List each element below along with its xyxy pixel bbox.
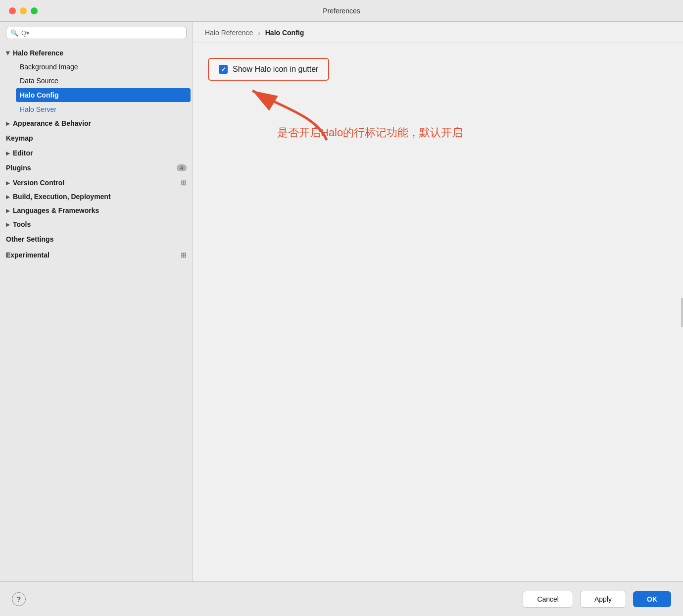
content-body: ✓ Show Halo icon in gutter 是否开启Halo的行标记功… <box>193 43 683 581</box>
sidebar-item-plugins[interactable]: Plugins 4 <box>0 160 193 176</box>
sidebar-item-label: Appearance & Behavior <box>13 119 91 127</box>
sidebar-item-label: Experimental <box>6 251 49 259</box>
sidebar-item-label: Other Settings <box>6 235 53 243</box>
bottom-actions: Cancel Apply OK <box>523 591 671 608</box>
breadcrumb-current: Halo Config <box>265 29 304 37</box>
sidebar-item-halo-config[interactable]: Halo Config <box>16 88 191 102</box>
sidebar-item-halo-reference[interactable]: ▶ Halo Reference <box>0 46 193 60</box>
apply-button[interactable]: Apply <box>580 591 626 608</box>
sidebar-item-experimental[interactable]: Experimental ⊞ <box>0 247 193 263</box>
annotation-area: 是否开启Halo的行标记功能，默认开启 <box>208 86 668 185</box>
minimize-button[interactable] <box>20 7 27 14</box>
sidebar-item-label: Tools <box>13 220 31 228</box>
sidebar-item-label: Keymap <box>6 134 33 142</box>
help-icon: ? <box>17 595 21 603</box>
title-bar: Preferences <box>0 0 683 22</box>
cancel-button[interactable]: Cancel <box>523 591 573 608</box>
expand-arrow-icon: ▶ <box>6 194 10 200</box>
sidebar-item-appearance-behavior[interactable]: ▶ Appearance & Behavior <box>0 116 193 130</box>
expand-arrow-icon: ▶ <box>6 151 10 156</box>
sidebar-item-background-image[interactable]: Background Image <box>14 60 193 74</box>
expand-arrow-icon: ▶ <box>6 180 10 186</box>
breadcrumb-separator: › <box>258 29 260 37</box>
search-icon: 🔍 <box>10 29 18 37</box>
show-halo-icon-checkbox-row[interactable]: ✓ Show Halo icon in gutter <box>208 58 329 81</box>
content-area: Halo Reference › Halo Config ✓ Show Halo… <box>193 22 683 581</box>
sidebar-item-version-control[interactable]: ▶ Version Control ⊞ <box>0 176 193 190</box>
expand-arrow-icon: ▶ <box>6 121 10 126</box>
sidebar-item-halo-server[interactable]: Halo Server <box>14 103 193 116</box>
sidebar-item-build-execution-deployment[interactable]: ▶ Build, Execution, Deployment <box>0 190 193 204</box>
checkmark-icon: ✓ <box>221 66 226 73</box>
annotation-text: 是否开启Halo的行标记功能，默认开启 <box>277 125 463 140</box>
search-input[interactable] <box>21 29 182 37</box>
sidebar-item-label: Plugins <box>6 164 31 172</box>
sidebar-item-label: Build, Execution, Deployment <box>13 193 111 201</box>
search-box[interactable]: 🔍 <box>6 27 187 39</box>
scrollbar-thumb[interactable] <box>681 298 683 327</box>
breadcrumb: Halo Reference › Halo Config <box>193 22 683 43</box>
expand-arrow-icon: ▶ <box>5 51 11 55</box>
sidebar-item-label: Version Control <box>13 179 64 187</box>
window-title: Preferences <box>323 7 360 15</box>
sidebar-item-label: Halo Reference <box>13 49 63 57</box>
plugins-badge: 4 <box>177 164 187 171</box>
sidebar-item-data-source[interactable]: Data Source <box>14 74 193 88</box>
checkbox-label: Show Halo icon in gutter <box>233 65 318 74</box>
halo-reference-children: Background Image Data Source Halo Config… <box>0 60 193 116</box>
maximize-button[interactable] <box>31 7 38 14</box>
expand-arrow-icon: ▶ <box>6 208 10 213</box>
sidebar-item-other-settings[interactable]: Other Settings <box>0 231 193 247</box>
window-controls <box>9 7 38 14</box>
sidebar: 🔍 ▶ Halo Reference Background Image Data… <box>0 22 193 581</box>
bottom-bar: ? Cancel Apply OK <box>0 581 683 616</box>
sidebar-item-label: Editor <box>13 149 33 157</box>
experimental-icon: ⊞ <box>181 251 187 259</box>
breadcrumb-parent: Halo Reference <box>205 29 253 37</box>
help-button[interactable]: ? <box>12 592 26 606</box>
expand-arrow-icon: ▶ <box>6 222 10 227</box>
version-control-icon: ⊞ <box>181 179 187 187</box>
sidebar-item-keymap[interactable]: Keymap <box>0 130 193 146</box>
sidebar-item-editor[interactable]: ▶ Editor <box>0 146 193 160</box>
ok-button[interactable]: OK <box>633 591 671 607</box>
sidebar-item-tools[interactable]: ▶ Tools <box>0 217 193 231</box>
checkbox-box: ✓ <box>219 65 228 74</box>
close-button[interactable] <box>9 7 16 14</box>
sidebar-item-label: Languages & Frameworks <box>13 206 99 214</box>
sidebar-item-languages-frameworks[interactable]: ▶ Languages & Frameworks <box>0 204 193 217</box>
main-layout: 🔍 ▶ Halo Reference Background Image Data… <box>0 22 683 581</box>
sidebar-nav: ▶ Halo Reference Background Image Data S… <box>0 44 193 581</box>
